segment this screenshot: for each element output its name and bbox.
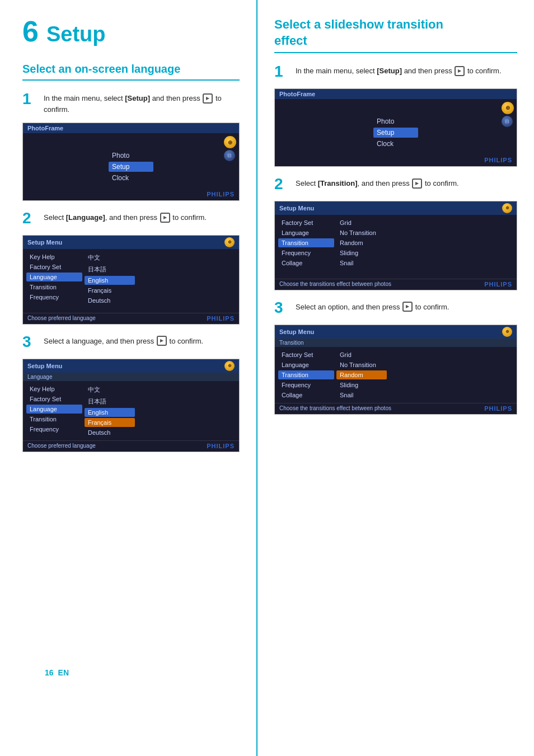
lang2-french: Français [85,418,135,427]
sm2-item-keyhelp: Key Help [26,384,82,393]
sm2-item-language: Language [26,405,82,414]
sm-left-menu-2: Key Help Factory Set Language Transition… [26,384,82,437]
smr2-transition: Transition [278,370,334,379]
pf-menu-area-right: Photo Setup Clock ⊕ ⊟ PHILIPS [275,99,517,166]
sm-bottom-right-1: Choose the transitions effect between ph… [275,279,517,290]
sm-left-menu-right-1: Factory Set Language Transition Frequenc… [278,218,334,275]
sm-left-menu-right-2: Factory Set Language Transition Frequenc… [278,350,334,400]
tr-random: Random [336,238,387,247]
sm2-item-transition: Transition [26,415,82,424]
step-text-2: Select [Language], and then press to con… [44,210,207,223]
right-step-2: 2 Select [Transition], and then press to… [274,176,517,193]
step-text-1: In the main menu, select [Setup] and the… [44,91,240,115]
pf-philips-1: PHILIPS [207,191,235,198]
sm-topbar-right-2: Setup Menu ⊕ [275,325,517,339]
confirm-icon-2 [160,213,170,223]
sm-bottom-label-right-1: Choose the transitions effect between ph… [279,281,391,287]
sm-bottom-label-1: Choose preferred language [27,315,96,321]
pf-btn-group-right: ⊕ ⊟ [502,102,514,127]
lang2-german: Deutsch [85,428,135,437]
sm-bottom-2: Choose preferred language PHILIPS [23,440,239,452]
right-step-text-2: Select [Transition], and then press to c… [296,176,459,189]
tr-sliding: Sliding [336,248,387,257]
right-step-number-3: 3 [274,299,290,317]
section-heading-transition: Select a slideshow transitioneffect [274,17,517,53]
sm-philips-2: PHILIPS [207,443,235,449]
chapter-number: 6 [22,17,39,46]
smr1-language: Language [278,228,334,237]
sm2-item-frequency: Frequency [26,425,82,434]
sm-content-right-2: Factory Set Language Transition Frequenc… [275,347,517,403]
screenshot-pf-right: PhotoFrame Photo Setup Clock ⊕ ⊟ PHILIPS [274,88,517,167]
pf-topbar-right: PhotoFrame [275,89,517,99]
left-step-3: 3 Select a language, and then press to c… [22,334,240,351]
right-confirm-icon-3 [402,302,413,312]
smr1-frequency: Frequency [278,248,334,257]
pf-menu-right-setup: Setup [373,128,418,138]
sm-title-2: Setup Menu [27,363,62,369]
smr2-language: Language [278,360,334,369]
lang2-chinese: 中文 [85,384,135,395]
page-footer: 16 EN [45,668,69,677]
tr2-none: No Transition [336,360,387,369]
sm-content-right-1: Factory Set Language Transition Frequenc… [275,215,517,279]
sm-btn-gold-1: ⊕ [224,237,235,247]
page-lang: EN [58,668,69,677]
left-step-1: 1 In the main menu, select [Setup] and t… [22,91,240,115]
pf-philips-right: PHILIPS [484,157,512,163]
pf-btn-circle-blue: ⊟ [224,150,235,161]
lang2-english: English [85,408,135,417]
pf-menu-setup: Setup [109,162,153,172]
lang-japanese: 日本語 [85,264,135,275]
screenshot-pf-1: PhotoFrame Photo Setup Clock ⊕ ⊟ PHILIPS [22,123,240,201]
sm-philips-1: PHILIPS [207,315,235,322]
screenshot-sm-right-1: Setup Menu ⊕ Factory Set Language Transi… [274,201,517,290]
sm-btn-group-right-1: ⊕ [502,203,512,213]
tr2-grid: Grid [336,350,387,359]
lang-french: Français [85,286,135,295]
screenshot-sm-2: Setup Menu ⊕ Language Key Help Factory S… [22,359,240,452]
right-confirm-icon-1 [455,66,465,76]
pf-btn-group-1: ⊕ ⊟ [224,136,236,161]
sm2-item-factoryset: Factory Set [26,395,82,403]
sm-title-right-2: Setup Menu [279,328,314,335]
pf-btn-circle-gold-right: ⊕ [502,102,514,114]
page: 6 Setup Select an on-screen language 1 I… [0,0,534,756]
right-step-number-1: 1 [274,63,290,81]
pf-btn-circle-gold: ⊕ [224,136,236,148]
sm-item-keyhelp: Key Help [26,252,82,261]
tr2-sliding: Sliding [336,381,387,389]
sm-bottom-1: Choose preferred language PHILIPS [23,313,239,324]
sm-btn-gold-right-1: ⊕ [502,203,512,213]
smr2-collage: Collage [278,391,334,400]
confirm-icon-3 [157,336,167,346]
sm-topbar-2: Setup Menu ⊕ [23,359,239,373]
sm-right-menu-right-1: Grid No Transition Random Sliding Snail [336,218,387,275]
sm-title-1: Setup Menu [27,239,62,246]
sm-btn-gold-2: ⊕ [224,361,235,371]
pf-topbar-1: PhotoFrame [23,123,239,133]
tr-snail: Snail [336,259,387,267]
lang-german: Deutsch [85,296,135,305]
sm-right-menu-right-2: Grid No Transition Random Sliding Snail [336,350,387,400]
pf-menu-right-photo: Photo [373,116,418,126]
lang2-japanese: 日本語 [85,396,135,407]
screenshot-sm-right-2: Setup Menu ⊕ Transition Factory Set Lang… [274,325,517,415]
tr-none: No Transition [336,228,387,237]
smr1-transition: Transition [278,238,334,247]
sm-btn-group-1: ⊕ [224,237,235,247]
step-number-3: 3 [22,334,38,351]
left-step-2: 2 Select [Language], and then press to c… [22,210,240,227]
sm-topbar-1: Setup Menu ⊕ [23,236,239,249]
pf-menu-right: Photo Setup Clock [373,116,418,149]
sm-sub-topbar-2: Language [23,373,239,381]
smr2-factory: Factory Set [278,350,334,359]
step-number-2: 2 [22,210,38,227]
step-number-1: 1 [22,91,38,108]
right-step-number-2: 2 [274,176,290,193]
sm-topbar-right-1: Setup Menu ⊕ [275,201,517,215]
smr1-factory: Factory Set [278,218,334,227]
pf-menu-area-1: Photo Setup Clock ⊕ ⊟ PHILIPS [23,133,239,200]
tr2-snail: Snail [336,391,387,400]
tr-grid: Grid [336,218,387,227]
